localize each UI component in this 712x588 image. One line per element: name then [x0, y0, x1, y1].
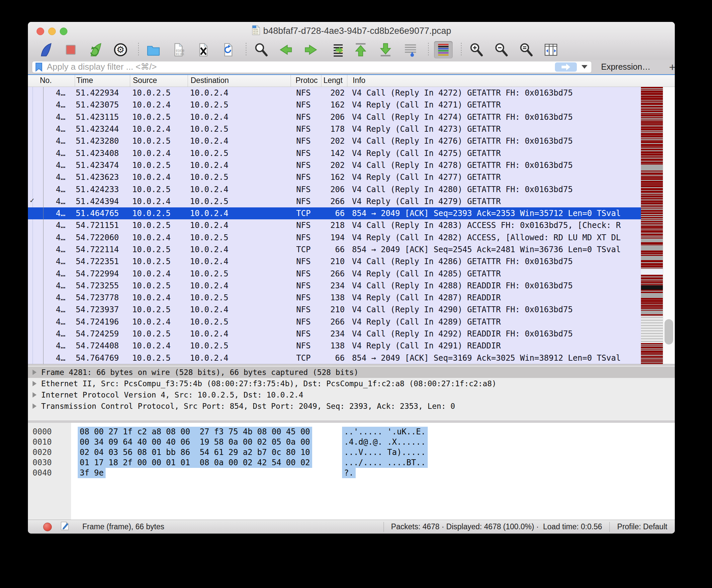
packet-cell-proto[interactable]: NFS — [291, 172, 322, 182]
packet-cell-rel[interactable]: ✓ — [28, 195, 43, 207]
packet-cell-dst[interactable]: 10.0.2.4 — [188, 112, 291, 122]
go-to-packet-button[interactable] — [326, 41, 345, 58]
apply-filter-button[interactable] — [555, 62, 577, 72]
packet-cell-time[interactable]: 51.423474 — [75, 161, 130, 170]
zoom-in-button[interactable] — [467, 41, 486, 58]
packet-cell-rel[interactable] — [28, 87, 43, 99]
display-filter-input[interactable] — [46, 61, 555, 72]
packet-cell-info[interactable]: V4 Reply (Call In 4289) GETATTR — [347, 317, 641, 327]
packet-cell-src[interactable]: 10.0.2.5 — [130, 245, 188, 254]
reload-file-button[interactable] — [219, 41, 238, 58]
packet-cell-dst[interactable]: 10.0.2.4 — [188, 329, 291, 338]
packet-cell-src[interactable]: 10.0.2.5 — [130, 185, 188, 194]
packet-cell-info[interactable]: V4 Call (Reply In 4274) GETATTR FH: 0x01… — [347, 112, 641, 122]
packet-cell-time[interactable]: 54.724408 — [75, 341, 130, 351]
packet-cell-info[interactable]: V4 Reply (Call In 4271) GETATTR — [347, 100, 641, 109]
packet-cell-no[interactable]: 4… — [43, 245, 75, 254]
packet-cell-info[interactable]: 854 → 2049 [ACK] Seq=2393 Ack=2353 Win=3… — [347, 209, 641, 218]
packet-cell-no[interactable]: 4… — [43, 317, 75, 327]
packet-cell-len[interactable]: 66 — [322, 245, 347, 254]
packet-cell-no[interactable]: 4… — [43, 220, 75, 230]
packet-cell-no[interactable]: 4… — [43, 281, 75, 290]
packet-cell-len[interactable]: 266 — [322, 197, 347, 206]
packet-cell-time[interactable]: 51.423623 — [75, 172, 130, 182]
packet-cell-time[interactable]: 54.723255 — [75, 281, 130, 290]
packet-cell-rel[interactable] — [28, 340, 43, 352]
packet-row[interactable]: 4…54.72206010.0.2.410.0.2.5NFS194V4 Repl… — [28, 232, 641, 244]
expand-triangle-icon[interactable] — [33, 381, 37, 386]
packet-cell-rel[interactable] — [28, 328, 43, 340]
packet-cell-dst[interactable]: 10.0.2.5 — [188, 269, 291, 278]
hex-ascii[interactable]: .../.... ....BT.. — [342, 458, 428, 468]
capture-comment-icon[interactable] — [60, 521, 69, 532]
packet-cell-src[interactable]: 10.0.2.5 — [130, 305, 188, 314]
packet-cell-proto[interactable]: TCP — [291, 353, 322, 363]
restart-capture-button[interactable] — [86, 41, 105, 58]
filter-bookmark-icon[interactable] — [35, 62, 43, 72]
hex-ascii[interactable]: ..'..... '.uK..E. — [342, 427, 428, 437]
packet-cell-dst[interactable]: 10.0.2.5 — [188, 293, 291, 302]
packet-cell-rel[interactable] — [28, 183, 43, 195]
packet-cell-src[interactable]: 10.0.2.5 — [130, 257, 188, 266]
packet-row[interactable]: 4…51.42293410.0.2.510.0.2.4NFS202V4 Call… — [28, 87, 641, 99]
packet-cell-src[interactable]: 10.0.2.4 — [130, 269, 188, 278]
packet-cell-proto[interactable]: NFS — [291, 269, 322, 278]
packet-row[interactable]: 4…51.42324410.0.2.410.0.2.5NFS178V4 Repl… — [28, 123, 641, 135]
close-file-button[interactable] — [194, 41, 212, 58]
packet-cell-len[interactable]: 202 — [322, 88, 347, 98]
packet-cell-len[interactable]: 178 — [322, 124, 347, 134]
packet-cell-src[interactable]: 10.0.2.5 — [130, 209, 188, 218]
packet-cell-no[interactable]: 4… — [43, 172, 75, 182]
packet-cell-info[interactable]: V4 Reply (Call In 4279) GETATTR — [347, 197, 641, 206]
packet-cell-src[interactable]: 10.0.2.4 — [130, 149, 188, 158]
packet-cell-time[interactable]: 51.424233 — [75, 185, 130, 194]
packet-cell-no[interactable]: 4… — [43, 161, 75, 170]
packet-cell-src[interactable]: 10.0.2.4 — [130, 124, 188, 134]
packet-cell-info[interactable]: V4 Call (Reply In 4272) GETATTR FH: 0x01… — [347, 88, 641, 98]
packet-cell-dst[interactable]: 10.0.2.4 — [188, 136, 291, 146]
detail-row[interactable]: Internet Protocol Version 4, Src: 10.0.2… — [28, 389, 675, 400]
packet-cell-rel[interactable] — [28, 99, 43, 111]
packet-cell-len[interactable]: 162 — [322, 100, 347, 109]
packet-cell-len[interactable]: 210 — [322, 257, 347, 266]
packet-cell-proto[interactable]: NFS — [291, 197, 322, 206]
packet-cell-proto[interactable]: TCP — [291, 245, 322, 254]
packet-cell-len[interactable]: 202 — [322, 161, 347, 170]
packet-cell-no[interactable]: 4… — [43, 209, 75, 218]
packet-cell-dst[interactable]: 10.0.2.4 — [188, 88, 291, 98]
go-first-button[interactable] — [351, 41, 370, 58]
packet-cell-proto[interactable]: NFS — [291, 112, 322, 122]
packet-cell-info[interactable]: V4 Call (Reply In 4280) GETATTR FH: 0x01… — [347, 185, 641, 194]
auto-scroll-button[interactable] — [401, 41, 420, 58]
packet-cell-no[interactable]: 4… — [43, 88, 75, 98]
packet-cell-dst[interactable]: 10.0.2.4 — [188, 220, 291, 230]
expert-info-icon[interactable] — [43, 523, 52, 531]
packet-cell-time[interactable]: 54.724259 — [75, 329, 130, 338]
packet-cell-no[interactable]: 4… — [43, 100, 75, 109]
packet-row[interactable]: 4…51.42362310.0.2.410.0.2.5NFS162V4 Repl… — [28, 171, 641, 183]
packet-cell-src[interactable]: 10.0.2.5 — [130, 353, 188, 363]
packet-row[interactable]: 4…54.72377810.0.2.410.0.2.5NFS138V4 Repl… — [28, 292, 641, 303]
packet-cell-time[interactable]: 54.764769 — [75, 353, 130, 363]
packet-cell-len[interactable]: 66 — [322, 209, 347, 218]
packet-cell-info[interactable]: V4 Reply (Call In 4277) GETATTR — [347, 172, 641, 182]
packet-list-scrollbar[interactable] — [663, 87, 675, 364]
detail-row[interactable]: Transmission Control Protocol, Src Port:… — [28, 400, 675, 412]
packet-cell-info[interactable]: 854 → 2049 [ACK] Seq=3169 Ack=3025 Win=3… — [347, 353, 641, 363]
packet-cell-rel[interactable] — [28, 352, 43, 364]
column-header-source[interactable]: Source — [130, 74, 188, 87]
packet-cell-src[interactable]: 10.0.2.5 — [130, 88, 188, 98]
packet-cell-src[interactable]: 10.0.2.5 — [130, 220, 188, 230]
packet-row[interactable]: 4…54.72419610.0.2.410.0.2.5NFS266V4 Repl… — [28, 316, 641, 328]
packet-cell-time[interactable]: 54.724196 — [75, 317, 130, 327]
packet-row[interactable]: ✓4…51.42439410.0.2.410.0.2.5NFS266V4 Rep… — [28, 195, 641, 207]
packet-cell-dst[interactable]: 10.0.2.5 — [188, 172, 291, 182]
packet-cell-proto[interactable]: NFS — [291, 305, 322, 314]
packet-row[interactable]: 4…54.72325510.0.2.510.0.2.4NFS234V4 Call… — [28, 280, 641, 292]
packet-cell-info[interactable]: V4 Call (Reply In 4283) ACCESS FH: 0x016… — [347, 220, 641, 230]
packet-cell-dst[interactable]: 10.0.2.4 — [188, 353, 291, 363]
hex-ascii[interactable]: ...V.... Ta)..... — [342, 447, 428, 458]
packet-cell-proto[interactable]: NFS — [291, 233, 322, 242]
expand-triangle-icon[interactable] — [33, 370, 37, 375]
packet-cell-time[interactable]: 54.723778 — [75, 293, 130, 302]
